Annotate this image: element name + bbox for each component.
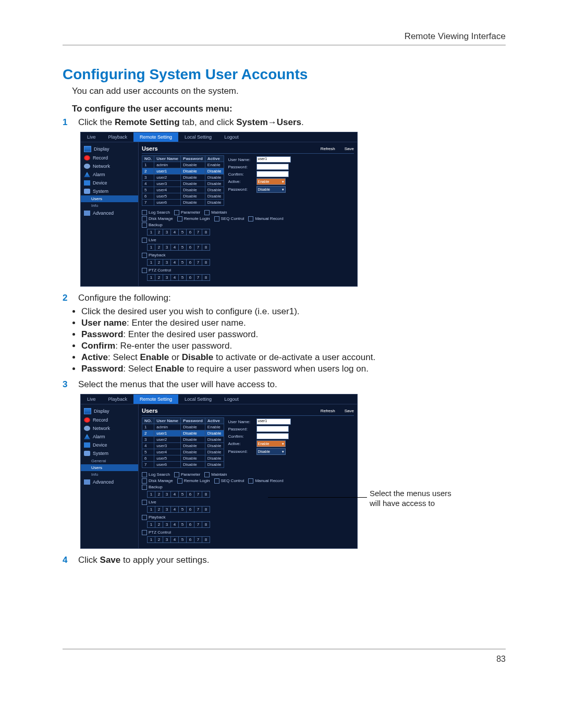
tab-logout[interactable]: Logout xyxy=(218,394,245,404)
refresh-button[interactable]: Refresh xyxy=(321,409,335,413)
channel-row[interactable]: 12345678 xyxy=(147,521,210,528)
save-button[interactable]: Save xyxy=(345,146,354,151)
checkbox[interactable] xyxy=(142,485,147,490)
checkbox[interactable] xyxy=(204,210,210,215)
checkbox[interactable] xyxy=(214,478,219,484)
password-input[interactable] xyxy=(256,164,289,170)
sidebar-item-network[interactable]: Network xyxy=(81,162,138,170)
username-input[interactable]: user1 xyxy=(256,418,291,425)
user-row[interactable]: 4user3DisableDisable xyxy=(142,443,224,449)
sidebar-item-alarm[interactable]: Alarm xyxy=(81,170,138,179)
checkbox[interactable] xyxy=(142,472,147,477)
user-row[interactable]: 6user5DisableDisable xyxy=(142,193,224,200)
sidebar-item-alarm[interactable]: Alarm xyxy=(81,433,138,441)
user-row[interactable]: 4user3DisableDisable xyxy=(142,181,224,187)
user-row[interactable]: 5user4DisableDisable xyxy=(142,187,224,193)
step-2: 2 Configure the following: xyxy=(63,293,506,303)
user-row[interactable]: 1adminDisableEnable xyxy=(142,424,224,430)
sidebar-item-record[interactable]: Record xyxy=(81,154,138,162)
user-row[interactable]: 3user2DisableDisable xyxy=(142,175,224,181)
sidebar-sub-users[interactable]: Users xyxy=(81,195,138,202)
channel-row[interactable]: 12345678 xyxy=(147,259,210,266)
sidebar-item-network[interactable]: Network xyxy=(81,424,138,433)
tab-remote-setting[interactable]: Remote Setting xyxy=(133,132,178,142)
checkbox[interactable] xyxy=(248,478,253,484)
device-icon xyxy=(84,442,90,448)
checkbox[interactable] xyxy=(142,530,147,535)
channel-row[interactable]: 12345678 xyxy=(147,536,210,543)
user-row[interactable]: 7user6DisableDisable xyxy=(142,462,224,468)
record-icon xyxy=(84,155,90,161)
user-row[interactable]: 6user5DisableDisable xyxy=(142,455,224,462)
channel-row[interactable]: 12345678 xyxy=(147,274,210,281)
sidebar-item-display[interactable]: Display xyxy=(81,406,138,416)
user-row[interactable]: 2user1DisableDisable xyxy=(142,168,224,175)
tab-bar: LivePlaybackRemote SettingLocal SettingL… xyxy=(81,132,357,142)
tab-playback[interactable]: Playback xyxy=(102,394,134,404)
sidebar-sub-info[interactable]: Info xyxy=(81,471,138,478)
checkbox[interactable] xyxy=(142,223,147,228)
tab-live[interactable]: Live xyxy=(81,394,102,404)
active-select[interactable]: Enable▾ xyxy=(256,440,286,447)
refresh-button[interactable]: Refresh xyxy=(321,146,335,151)
user-row[interactable]: 1adminDisableEnable xyxy=(142,162,224,168)
checkbox[interactable] xyxy=(142,253,147,258)
tab-local-setting[interactable]: Local Setting xyxy=(178,394,218,404)
confirm-input[interactable] xyxy=(256,433,289,439)
password-enable-select[interactable]: Disable▾ xyxy=(256,186,286,193)
active-select[interactable]: Enable▾ xyxy=(256,178,286,185)
channel-row[interactable]: 12345678 xyxy=(147,491,210,498)
tab-playback[interactable]: Playback xyxy=(102,132,134,142)
checkbox[interactable] xyxy=(142,216,147,221)
tab-logout[interactable]: Logout xyxy=(218,132,245,142)
display-icon xyxy=(84,146,91,152)
sidebar-item-display[interactable]: Display xyxy=(81,144,138,154)
network-icon xyxy=(84,426,90,431)
device-icon xyxy=(84,180,90,186)
tab-local-setting[interactable]: Local Setting xyxy=(178,132,218,142)
user-row[interactable]: 5user4DisableDisable xyxy=(142,449,224,455)
sidebar-sub-info[interactable]: Info xyxy=(81,202,138,209)
confirm-input[interactable] xyxy=(256,171,289,177)
checkbox[interactable] xyxy=(142,238,147,243)
password-input[interactable] xyxy=(256,426,289,432)
alarm-icon xyxy=(84,434,90,439)
username-input[interactable]: user1 xyxy=(256,156,291,163)
tab-live[interactable]: Live xyxy=(81,132,102,142)
checkbox[interactable] xyxy=(174,210,179,215)
user-row[interactable]: 3user2DisableDisable xyxy=(142,437,224,443)
sidebar-item-record[interactable]: Record xyxy=(81,416,138,424)
sidebar-item-advanced[interactable]: Advanced xyxy=(81,478,138,486)
checkbox[interactable] xyxy=(142,515,147,520)
sidebar-item-device[interactable]: Device xyxy=(81,179,138,187)
save-button[interactable]: Save xyxy=(345,409,354,413)
checkbox[interactable] xyxy=(142,268,147,273)
checkbox[interactable] xyxy=(248,216,253,221)
sidebar-item-system[interactable]: System xyxy=(81,187,138,195)
checkbox[interactable] xyxy=(204,472,210,477)
sidebar-item-system[interactable]: System xyxy=(81,449,138,458)
checkbox[interactable] xyxy=(174,472,179,477)
screenshot-2: LivePlaybackRemote SettingLocal SettingL… xyxy=(80,394,506,549)
password-enable-select[interactable]: Disable▾ xyxy=(256,448,286,455)
checkbox[interactable] xyxy=(142,210,147,215)
checkbox[interactable] xyxy=(142,478,147,484)
channel-row[interactable]: 12345678 xyxy=(147,244,210,251)
sidebar-item-advanced[interactable]: Advanced xyxy=(81,209,138,217)
user-row[interactable]: 7user6DisableDisable xyxy=(142,200,224,206)
sidebar-item-device[interactable]: Device xyxy=(81,441,138,449)
checkbox[interactable] xyxy=(177,216,182,221)
tab-bar: LivePlaybackRemote SettingLocal SettingL… xyxy=(81,394,357,404)
sidebar: DisplayRecordNetworkAlarmDeviceSystemUse… xyxy=(81,142,139,286)
sidebar-sub-users[interactable]: Users xyxy=(81,464,138,471)
channel-row[interactable]: 12345678 xyxy=(147,229,210,236)
user-row[interactable]: 2user1DisableDisable xyxy=(142,430,224,437)
user-form: User Name:user1Password:Confirm:Active:E… xyxy=(228,417,291,468)
channel-row[interactable]: 12345678 xyxy=(147,506,210,513)
checkbox[interactable] xyxy=(177,478,182,484)
sidebar-sub-general[interactable]: General xyxy=(81,458,138,464)
tab-remote-setting[interactable]: Remote Setting xyxy=(133,394,178,404)
checkbox[interactable] xyxy=(214,216,219,221)
step-4: 4 Click Save to apply your settings. xyxy=(63,555,506,565)
checkbox[interactable] xyxy=(142,500,147,505)
